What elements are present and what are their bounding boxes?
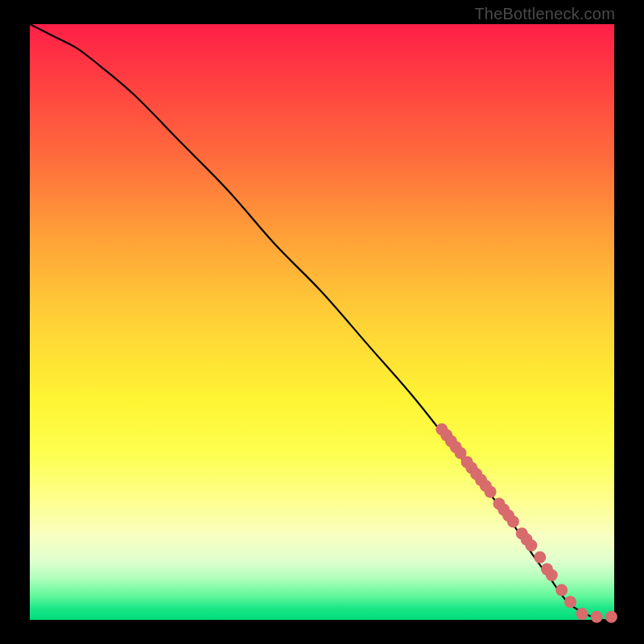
- highlight-dot: [605, 611, 617, 623]
- chart-frame: TheBottleneck.com: [0, 0, 644, 644]
- highlight-dot: [591, 611, 603, 623]
- highlight-dot: [576, 608, 588, 620]
- highlight-dot: [546, 569, 558, 581]
- highlight-dot: [555, 584, 568, 597]
- attribution-text: TheBottleneck.com: [474, 5, 615, 23]
- highlight-dot: [534, 551, 546, 564]
- highlight-dot: [507, 515, 519, 527]
- chart-svg: [30, 24, 614, 620]
- highlight-dots: [436, 423, 617, 623]
- highlight-dot: [485, 485, 497, 497]
- highlight-dot: [525, 539, 537, 551]
- highlight-dot: [564, 596, 576, 608]
